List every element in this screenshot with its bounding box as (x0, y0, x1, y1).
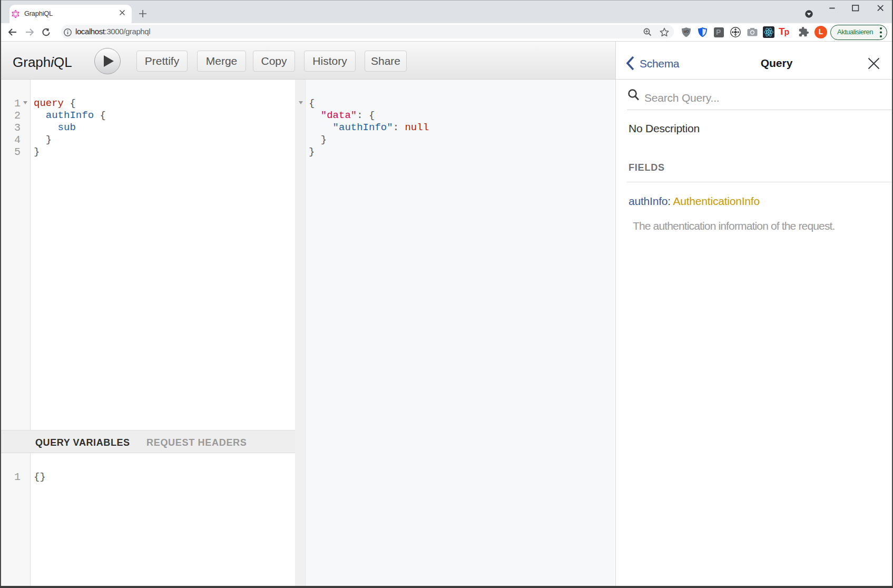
svg-text:uO: uO (684, 30, 689, 33)
